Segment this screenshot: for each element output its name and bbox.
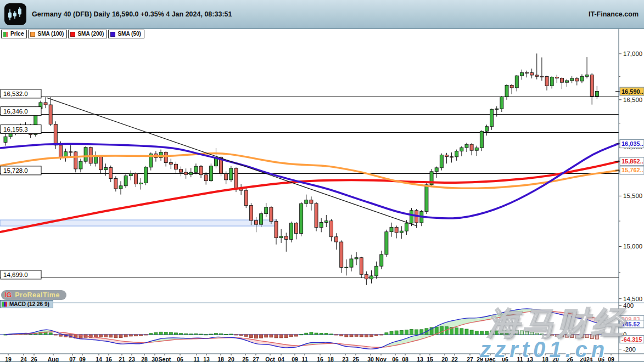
sma100-line[interactable] [0, 154, 619, 189]
candle-up [515, 76, 518, 88]
macd-bar [244, 335, 248, 336]
candle-down [69, 152, 72, 152]
macd-bar [375, 335, 378, 336]
macd-bar [500, 331, 503, 335]
macd-bar [249, 335, 253, 337]
candle-up [410, 211, 413, 223]
candle-down [555, 77, 558, 78]
macd-bar [159, 332, 163, 335]
level-label-text: 16,532.0 [3, 90, 28, 97]
xaxis-label: 18 [217, 356, 224, 362]
legend-swatch [110, 32, 115, 37]
x-axis: 192426Aug0709141621232830Sept06111318202… [5, 354, 614, 362]
xaxis-label: 09 [79, 356, 86, 362]
macd-bar [59, 335, 62, 336]
candle-up [300, 203, 303, 233]
candle-up [460, 148, 463, 151]
candle-up [520, 72, 523, 76]
candle-down [445, 155, 448, 156]
candle-up [400, 231, 403, 233]
candle-down [225, 174, 228, 180]
candle-up [490, 109, 494, 127]
macd-bar [54, 335, 57, 335]
candle-down [590, 75, 593, 96]
candle-up [440, 155, 443, 167]
macd-indicator-label[interactable]: MACD (12 26 9) [0, 300, 53, 308]
xaxis-label: 24 [20, 356, 27, 362]
macd-bar [119, 335, 122, 338]
legend-bar: PriceSMA (100)SMA (200)SMA (50) [1, 30, 144, 38]
candle-up [119, 186, 122, 189]
candle-up [265, 207, 268, 214]
macd-bar [400, 330, 403, 335]
xaxis-label: 26 [567, 356, 573, 362]
candle-up [595, 92, 598, 97]
candle-up [425, 185, 428, 212]
macd-bar [174, 333, 177, 335]
macd-bar [490, 331, 494, 335]
prorealtime-logo[interactable]: IG ProRealTime [1, 290, 66, 300]
price-axis-label: 15,000 [623, 243, 642, 250]
macd-bar [300, 335, 303, 335]
legend-chip-price[interactable]: Price [1, 30, 27, 38]
level-label-text: 15,728.0 [3, 167, 28, 174]
macd-bar [580, 335, 584, 338]
macd-bar [184, 334, 188, 335]
legend-swatch [3, 32, 8, 37]
candle-down [575, 78, 579, 81]
candle-down [315, 203, 318, 228]
legend-chip-sma-50[interactable]: SMA (50) [108, 30, 144, 38]
macd-bar [590, 335, 593, 339]
macd-fill [5, 309, 597, 349]
tag-text: 145.52 [621, 321, 640, 327]
level-lines [0, 97, 619, 278]
macd-bar [415, 330, 418, 335]
candle-up [355, 258, 358, 259]
macd-bar [194, 333, 198, 335]
price-axis-label: 15,500 [623, 193, 642, 199]
candle-up [345, 267, 348, 268]
candle-down [450, 157, 453, 157]
macd-bar [295, 335, 298, 336]
candle-up [495, 109, 499, 109]
macd-bar [189, 334, 193, 335]
macd-bar [340, 335, 343, 336]
candle-down [510, 85, 513, 88]
candle-up [585, 75, 589, 76]
xaxis-label: 21 [119, 356, 125, 362]
macd-bar [515, 331, 518, 335]
macd-bar [525, 331, 529, 335]
candle-down [184, 172, 188, 174]
candle-down [530, 73, 534, 75]
candle-up [500, 97, 503, 109]
candle-down [284, 236, 288, 240]
candle-down [204, 175, 208, 181]
candle-up [405, 223, 408, 231]
candle-up [279, 236, 283, 238]
candle-up [79, 161, 82, 169]
xaxis-label: 27 [253, 356, 259, 362]
tag-text: 15,852.. [621, 158, 643, 165]
macd-bar [555, 335, 558, 336]
tag-text: -64.315 [621, 336, 642, 343]
macd-bar [355, 335, 358, 336]
xaxis-label: 20 [441, 356, 448, 362]
legend-chip-sma-200[interactable]: SMA (200) [68, 30, 107, 38]
xaxis-label: 19 [5, 356, 12, 362]
candle-up [194, 166, 198, 172]
source-label: IT-Finance.com [589, 0, 639, 29]
xaxis-label: 23 [128, 356, 135, 362]
price-chart-canvas[interactable]: 16,532.016,346.016,155.315,728.014,699.0… [0, 29, 644, 362]
candle-up [390, 227, 393, 231]
candle-down [114, 179, 117, 189]
macd-bar [570, 335, 574, 337]
legend-swatch [30, 32, 35, 37]
macd-bar [385, 333, 388, 335]
xaxis-label: 14 [96, 356, 102, 362]
legend-chip-sma-100[interactable]: SMA (100) [28, 30, 67, 38]
macd-bar [440, 326, 443, 335]
xaxis-label: 04 [278, 356, 284, 362]
candle-down [270, 207, 273, 222]
candle-down [244, 190, 248, 206]
macd-bar [390, 331, 393, 335]
